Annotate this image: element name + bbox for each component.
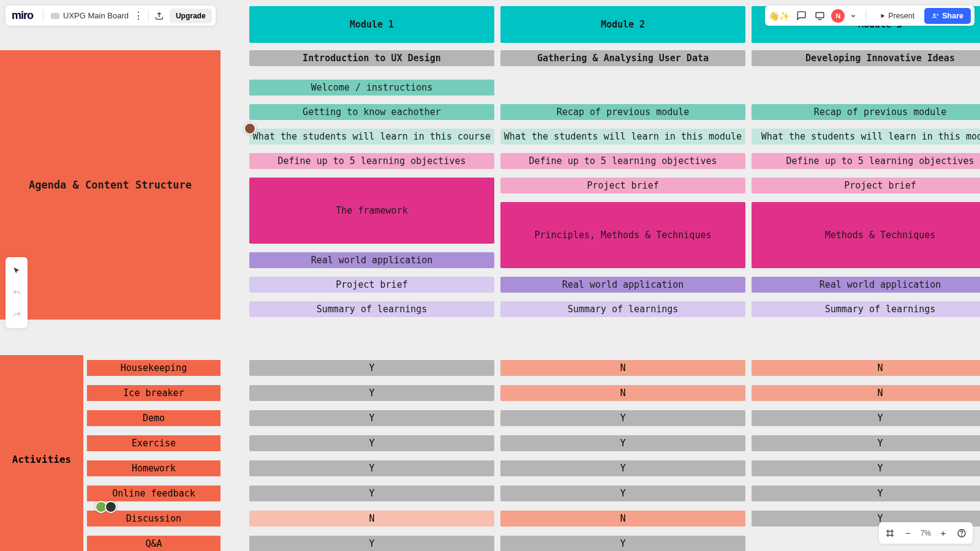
frame-icon[interactable] (884, 528, 896, 538)
yn-cell[interactable]: N (752, 360, 980, 376)
yn-cell[interactable]: Y (249, 410, 494, 426)
yn-cell[interactable]: N (500, 360, 745, 376)
yn-cell[interactable]: Y (249, 360, 494, 376)
content-cell[interactable]: Define up to 5 learning objectives (752, 153, 980, 169)
svg-point-1 (933, 13, 935, 15)
content-cell[interactable]: Project brief (752, 178, 980, 193)
yn-cell[interactable]: N (500, 511, 745, 527)
reactions-icon[interactable]: 👋✨ (769, 11, 790, 21)
content-cell[interactable]: Getting to know eachother (249, 104, 494, 120)
module-header[interactable]: Module 1 (249, 6, 494, 43)
yn-cell[interactable]: Y (500, 410, 745, 426)
activities-row-labels[interactable]: HousekeepingIce breakerDemoExerciseHomew… (87, 360, 222, 551)
yn-cell[interactable]: Y (752, 485, 980, 501)
content-cell[interactable]: Real world application (500, 277, 745, 293)
content-cell[interactable]: What the students will learn in this mod… (752, 129, 980, 144)
content-cell[interactable]: Summary of learnings (752, 301, 980, 317)
yn-cell[interactable]: Y (500, 460, 745, 476)
activity-label[interactable]: Housekeeping (87, 360, 221, 376)
activities-yn-col-1[interactable]: YYYYYYNY (249, 360, 494, 551)
svg-rect-0 (816, 13, 824, 18)
board-name[interactable]: UXPG Main Board (51, 11, 129, 20)
select-tool-icon[interactable] (6, 260, 28, 282)
activity-label[interactable]: Q&A (87, 536, 221, 551)
user-avatar[interactable]: N (831, 9, 845, 23)
content-cell[interactable]: What the students will learn in this mod… (500, 129, 745, 144)
content-cell[interactable]: The framework (249, 178, 494, 244)
module-subtitle[interactable]: Introduction to UX Design (249, 50, 494, 66)
yn-cell[interactable]: N (752, 385, 980, 401)
yn-cell[interactable]: Y (249, 385, 494, 401)
content-cell[interactable]: Project brief (500, 178, 745, 193)
divider (865, 10, 866, 22)
yn-cell[interactable]: Y (249, 435, 494, 451)
zoom-toolbar: − 7% + (879, 522, 973, 544)
upgrade-button[interactable]: Upgrade (170, 9, 212, 23)
yn-cell[interactable]: Y (249, 460, 494, 476)
comment-icon[interactable] (794, 9, 808, 23)
activity-label[interactable]: Homework (87, 460, 221, 476)
top-toolbar-left: miro UXPG Main Board ⋮ Upgrade (6, 6, 216, 26)
content-cell[interactable]: What the students will learn in this cou… (249, 129, 494, 144)
activity-label[interactable]: Demo (87, 410, 221, 426)
collaborator-cursor-group (95, 501, 122, 515)
module-subtitle[interactable]: Developing Innovative Ideas (752, 50, 980, 66)
miro-logo[interactable]: miro (12, 9, 33, 22)
zoom-level[interactable]: 7% (921, 529, 931, 538)
content-cell[interactable]: Define up to 5 learning objectives (500, 153, 745, 169)
yn-cell[interactable]: Y (500, 435, 745, 451)
yn-cell[interactable]: N (500, 385, 745, 401)
chevron-down-icon[interactable] (850, 9, 857, 23)
activity-label[interactable]: Exercise (87, 435, 221, 451)
agenda-section-header[interactable]: Agenda & Content Structure (0, 50, 221, 320)
yn-cell[interactable]: Y (752, 410, 980, 426)
board-icon (51, 13, 59, 19)
content-cell[interactable]: Recap of previous module (752, 104, 980, 120)
board-name-text: UXPG Main Board (63, 11, 129, 20)
yn-cell[interactable]: Y (249, 536, 494, 551)
activities-section-header[interactable]: Activities (0, 355, 83, 551)
share-label: Share (942, 12, 963, 20)
divider (43, 10, 43, 22)
present-label: Present (888, 12, 914, 20)
divider (148, 10, 149, 22)
share-button[interactable]: Share (924, 8, 971, 24)
activity-label[interactable]: Online feedback (87, 485, 221, 501)
present-button[interactable]: Present (875, 9, 919, 23)
redo-icon[interactable] (6, 304, 28, 326)
content-cell[interactable]: Real world application (752, 277, 980, 293)
content-cell[interactable]: Welcome / instructions (249, 80, 494, 96)
content-cell[interactable]: Project brief (249, 277, 494, 293)
module-subtitle[interactable]: Gathering & Analysing User Data (500, 50, 745, 66)
module-header[interactable]: Module 2 (500, 6, 745, 43)
undo-icon[interactable] (6, 282, 28, 304)
content-cell[interactable]: Summary of learnings (500, 301, 745, 317)
yn-cell[interactable]: Y (500, 485, 745, 501)
board-menu-kebab-icon[interactable]: ⋮ (132, 10, 145, 21)
yn-cell[interactable]: Y (500, 536, 745, 551)
activities-yn-col-3[interactable]: NNYYYYY (752, 360, 980, 536)
miro-canvas[interactable]: Agenda & Content Structure Module 1Intro… (0, 0, 980, 551)
content-cell[interactable]: Principles, Methods & Techniques (500, 202, 745, 268)
content-cell[interactable]: Summary of learnings (249, 301, 494, 317)
zoom-in-button[interactable]: + (937, 528, 949, 538)
yn-cell[interactable]: Y (752, 435, 980, 451)
yn-cell[interactable]: Y (249, 485, 494, 501)
activities-yn-col-2[interactable]: NNYYYYNY (500, 360, 745, 551)
content-cell[interactable]: Recap of previous module (500, 104, 745, 120)
activity-label[interactable]: Ice breaker (87, 385, 221, 401)
content-cell[interactable]: Define up to 5 learning objectives (249, 153, 494, 169)
zoom-out-button[interactable]: − (902, 528, 914, 538)
yn-cell[interactable]: Y (752, 460, 980, 476)
help-icon[interactable] (956, 528, 968, 538)
screen-share-icon[interactable] (813, 9, 826, 23)
svg-point-3 (962, 535, 962, 536)
content-cell[interactable]: Methods & Techniques (752, 202, 980, 268)
left-toolbar (6, 257, 28, 328)
collaborator-cursor (244, 122, 256, 135)
content-cell[interactable]: Real world application (249, 252, 494, 268)
export-icon[interactable] (153, 9, 166, 23)
yn-cell[interactable]: N (249, 511, 494, 527)
top-toolbar-right: 👋✨ N Present Share (765, 6, 974, 26)
